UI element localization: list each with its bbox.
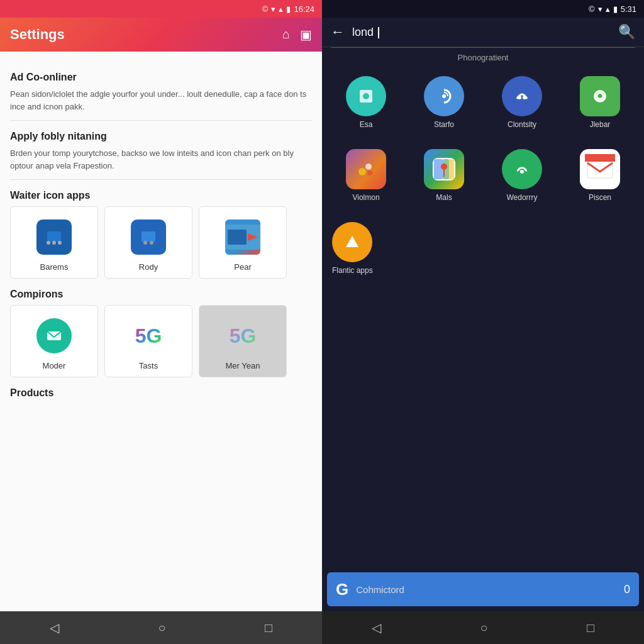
svg-point-33 [511,158,533,180]
svg-point-7 [143,241,147,245]
meryean-label: Mer Yean [226,361,260,370]
svg-point-21 [523,96,526,99]
piscen-label: Piscen [589,193,611,202]
status-bar-left: © ▾ ▴ ▮ 16:24 [0,0,322,18]
compirons-title: Compirons [10,289,312,300]
flantic-icon [332,222,372,262]
svg-point-4 [58,241,62,245]
nav-back-right[interactable]: ◁ [359,615,394,640]
clontslty-icon [502,76,542,116]
app-item-starfo[interactable]: Starfo [408,71,480,134]
app-item-mals[interactable]: Mals [408,144,480,207]
app-item-wedorrry[interactable]: Wedorrry [486,144,558,207]
tasts-icon: 5G [131,318,166,353]
icon-item-rody[interactable]: Rody [104,206,192,279]
status-icons-left: © ▾ ▴ ▮ 16:24 [262,4,314,14]
rody-icon [131,219,166,255]
waiter-icon-grid: Barems Rody [10,206,312,279]
search-text-right: lond [352,26,611,39]
starfo-label: Starfo [434,120,454,129]
mals-icon [424,149,464,189]
svg-rect-29 [434,159,443,179]
svg-rect-10 [228,230,247,245]
barems-label: Barems [40,262,69,272]
app-item-clontslty[interactable]: Clontslty [486,71,558,134]
moder-icon [36,318,72,353]
app-item-esa[interactable]: Esa [330,71,402,134]
status-wifi-right-icon: ▾ [598,4,602,14]
nav-home-left[interactable]: ○ [145,616,178,640]
tasts-label: Tasts [139,361,158,370]
svg-point-34 [520,170,524,174]
header-right: ← lond 🔍 [322,18,644,47]
app-grid-row1: Esa Starfo [330,71,636,134]
svg-rect-37 [585,154,615,162]
products-title: Products [10,387,312,399]
svg-rect-36 [587,162,613,178]
svg-point-19 [511,85,533,108]
status-battery-right-icon: ▮ [613,4,618,14]
left-content: Ad Co-onliner Pean sidon/iclolet the adg… [0,52,322,611]
svg-point-27 [367,170,372,175]
app-item-flantic[interactable]: Flantic apps [330,217,375,280]
starfo-icon [424,76,464,116]
moder-icon-box [34,316,74,356]
icon-item-barems[interactable]: Barems [10,206,98,279]
apply-fobly-desc: Brden your tomp yourytchose, backso we l… [10,147,312,172]
status-copyright-icon: © [262,4,269,14]
nav-recents-left[interactable]: □ [252,616,285,640]
back-arrow-right[interactable]: ← [331,24,345,40]
icon-item-moder[interactable]: Moder [10,305,98,377]
status-bar-right: © ▾ ▴ ▮ 5:31 [322,0,644,18]
ad-co-onliner-desc: Pean sidon/iclolet the adgle yourfor you… [10,88,312,113]
status-battery-icon: ▮ [286,4,291,14]
piscen-icon [580,149,620,189]
violmon-label: Violmon [352,193,379,202]
mals-label: Mals [436,193,452,202]
svg-rect-6 [142,231,155,242]
svg-point-18 [442,94,446,98]
meryean-icon-box: 5G [223,316,263,356]
google-mic-icon[interactable]: 0 [624,583,630,596]
tasts-logo: 5G [135,325,162,348]
nav-recents-right[interactable]: □ [574,616,607,640]
status-signal-icon: ▴ [279,4,283,14]
home-icon[interactable]: ⌂ [282,27,290,42]
meryean-logo: 5G [230,325,257,348]
google-search-bar[interactable]: G Cohmictord 0 [327,572,639,606]
rody-icon-box [128,217,169,257]
pear-icon [225,219,260,255]
status-signal-right-icon: ▴ [606,4,610,14]
wedorrry-label: Wedorrry [506,193,537,202]
nav-home-right[interactable]: ○ [467,616,500,640]
app-item-jlebar[interactable]: Jlebar [564,71,636,134]
svg-point-32 [441,164,447,170]
status-icons-right: © ▾ ▴ ▮ 5:31 [589,4,636,14]
rody-label: Rody [139,262,158,272]
google-g-logo: G [336,580,348,599]
right-panel: © ▾ ▴ ▮ 5:31 ← lond 🔍 Phonogratient [322,0,644,644]
pear-label: Pear [234,262,251,272]
ad-co-onliner-title: Ad Co-onliner [10,72,312,83]
search-button-right[interactable]: 🔍 [618,24,635,40]
waiter-icon-apps-title: Waiter icon apps [10,190,312,201]
jlebar-label: Jlebar [590,120,611,129]
icon-item-pear[interactable]: Pear [199,206,287,279]
icon-item-meryean[interactable]: 5G Mer Yean [199,305,287,377]
search-query: lond [352,26,374,38]
svg-point-3 [52,241,56,245]
icon-item-tasts[interactable]: 5G Tasts [104,305,192,377]
status-wifi-icon: ▾ [271,4,275,14]
status-time-left: 16:24 [294,4,314,14]
pear-icon-box [223,217,263,257]
app-item-piscen[interactable]: Piscen [564,144,636,207]
svg-point-25 [358,168,366,175]
esa-icon [346,76,386,116]
svg-point-16 [363,93,369,99]
app-item-violmon[interactable]: Violmon [330,144,402,207]
layout-icon[interactable]: ▣ [300,27,312,42]
nav-back-left[interactable]: ◁ [37,615,72,640]
google-search-text[interactable]: Cohmictord [356,584,616,595]
svg-rect-31 [449,159,454,179]
search-cursor [378,27,379,38]
